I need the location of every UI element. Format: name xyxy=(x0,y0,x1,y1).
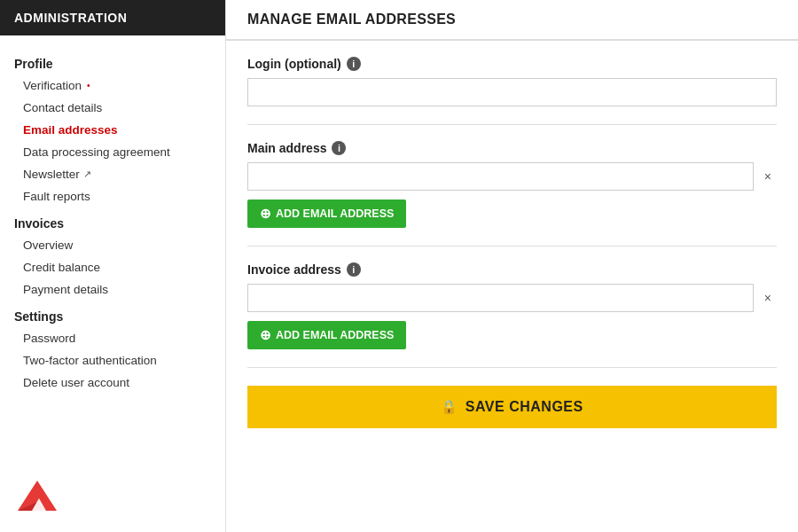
main-content: Login (optional)iMain addressi×⊕ADD EMAI… xyxy=(226,41,798,532)
sidebar: ADMINISTRATION ProfileVerification•Conta… xyxy=(0,0,226,532)
add-email-button-invoice-address[interactable]: ⊕ADD EMAIL ADDRESS xyxy=(247,321,406,349)
notification-dot: • xyxy=(87,81,90,90)
input-main-address[interactable] xyxy=(247,162,754,191)
external-link-icon: ↗ xyxy=(83,168,91,180)
sidebar-item-label-fault-reports: Fault reports xyxy=(23,190,90,203)
sidebar-item-label-data-processing: Data processing agreement xyxy=(23,145,170,159)
field-label-text-login: Login (optional) xyxy=(247,57,341,71)
input-row-main-address: × xyxy=(247,162,777,191)
sidebar-item-label-newsletter: Newsletter xyxy=(23,168,80,181)
sidebar-item-label-contact-details: Contact details xyxy=(23,101,102,114)
input-row-invoice-address: × xyxy=(247,284,777,312)
sidebar-item-label-email-addresses: Email addresses xyxy=(23,123,118,137)
field-label-text-invoice-address: Invoice address xyxy=(247,262,341,277)
field-label-main-address: Main addressi xyxy=(247,141,777,155)
input-row-login xyxy=(247,78,777,106)
info-icon-main-address[interactable]: i xyxy=(332,141,346,155)
sidebar-item-payment-details[interactable]: Payment details xyxy=(0,278,225,301)
sidebar-item-label-delete-account: Delete user account xyxy=(23,376,129,389)
save-section: 🔒SAVE CHANGES xyxy=(247,368,777,437)
form-section-main-address: Main addressi×⊕ADD EMAIL ADDRESS xyxy=(247,125,777,246)
app-window: ADMINISTRATION ProfileVerification•Conta… xyxy=(0,0,798,532)
info-icon-login[interactable]: i xyxy=(347,57,361,71)
sidebar-section-0: Profile xyxy=(0,48,225,74)
sidebar-item-password[interactable]: Password xyxy=(0,327,225,349)
input-invoice-address[interactable] xyxy=(247,284,754,312)
input-login[interactable] xyxy=(247,78,777,106)
main-panel: MANAGE EMAIL ADDRESSES Login (optional)i… xyxy=(226,0,798,532)
sidebar-content: ProfileVerification•Contact detailsEmail… xyxy=(0,35,225,458)
sidebar-item-email-addresses[interactable]: Email addresses xyxy=(0,119,225,141)
sidebar-item-label-overview: Overview xyxy=(23,239,73,252)
plus-icon: ⊕ xyxy=(260,327,271,343)
add-email-label-main-address: ADD EMAIL ADDRESS xyxy=(276,207,394,220)
clear-button-invoice-address[interactable]: × xyxy=(759,288,777,308)
field-label-text-main-address: Main address xyxy=(247,141,326,155)
field-label-invoice-address: Invoice addressi xyxy=(247,262,777,277)
sidebar-item-label-credit-balance: Credit balance xyxy=(23,261,100,274)
layout: ADMINISTRATION ProfileVerification•Conta… xyxy=(0,0,798,532)
sidebar-item-overview[interactable]: Overview xyxy=(0,234,225,256)
sidebar-item-label-password: Password xyxy=(23,332,75,345)
sidebar-header: ADMINISTRATION xyxy=(0,0,225,35)
sidebar-item-data-processing[interactable]: Data processing agreement xyxy=(0,141,225,163)
sidebar-section-1: Invoices xyxy=(0,207,225,234)
plus-icon: ⊕ xyxy=(260,206,271,222)
add-email-label-invoice-address: ADD EMAIL ADDRESS xyxy=(276,329,394,341)
sidebar-item-verification[interactable]: Verification• xyxy=(0,74,225,97)
form-section-invoice-address: Invoice addressi×⊕ADD EMAIL ADDRESS xyxy=(247,246,777,368)
sidebar-item-two-factor[interactable]: Two-factor authentication xyxy=(0,349,225,372)
info-icon-invoice-address[interactable]: i xyxy=(347,262,361,277)
clear-button-main-address[interactable]: × xyxy=(759,167,777,186)
sidebar-item-delete-account[interactable]: Delete user account xyxy=(0,372,225,394)
page-title: MANAGE EMAIL ADDRESSES xyxy=(247,12,456,27)
sidebar-item-label-verification: Verification xyxy=(23,79,82,92)
sidebar-item-label-payment-details: Payment details xyxy=(23,283,108,296)
sidebar-item-newsletter[interactable]: Newsletter↗ xyxy=(0,163,225,185)
sidebar-logo xyxy=(0,458,225,532)
sidebar-item-label-two-factor: Two-factor authentication xyxy=(23,354,157,367)
form-section-login: Login (optional)i xyxy=(247,41,777,125)
add-email-button-main-address[interactable]: ⊕ADD EMAIL ADDRESS xyxy=(247,200,406,228)
field-label-login: Login (optional)i xyxy=(247,57,777,71)
sidebar-item-fault-reports[interactable]: Fault reports xyxy=(0,185,225,207)
sidebar-section-2: Settings xyxy=(0,301,225,327)
main-header: MANAGE EMAIL ADDRESSES xyxy=(226,0,798,41)
sidebar-item-contact-details[interactable]: Contact details xyxy=(0,97,225,119)
lock-icon: 🔒 xyxy=(441,399,458,415)
brand-logo xyxy=(14,472,60,518)
sidebar-item-credit-balance[interactable]: Credit balance xyxy=(0,256,225,278)
save-button-label: SAVE CHANGES xyxy=(466,399,583,415)
save-changes-button[interactable]: 🔒SAVE CHANGES xyxy=(247,386,777,428)
